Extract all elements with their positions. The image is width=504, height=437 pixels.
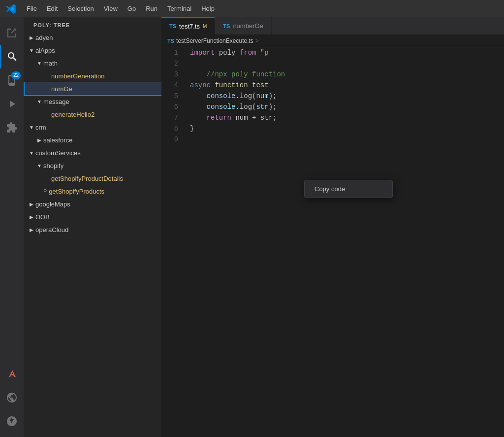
tree-label-generatehello2: generateHello2 <box>51 111 158 118</box>
tree-item-getshopifyproducts[interactable]: P getShopifyProducts <box>24 185 161 198</box>
tree-label-googlemaps: googleMaps <box>35 201 158 208</box>
menubar: File Edit Selection View Go Run Terminal… <box>0 0 504 17</box>
tree-label-math: math <box>43 60 158 67</box>
breadcrumb-filename[interactable]: testServerFunctionExecute.ts <box>176 37 253 44</box>
ts-icon-1: TS <box>169 23 176 29</box>
code-editor[interactable]: 1 2 3 4 5 6 7 8 9 import poly from "p //… <box>161 47 504 437</box>
tree-item-operacloud[interactable]: ▶ operaCloud <box>24 223 161 236</box>
sidebar-tree: ▶ adyen ▼ aiApps ▼ math numberGeneration <box>24 31 161 437</box>
code-line-3: //npx poly function <box>190 69 500 80</box>
sidebar: POLY: TREE ▶ adyen ▼ aiApps ▼ math <box>24 17 161 437</box>
tab-label-test7ts: test7.ts <box>179 23 200 30</box>
tree-label-numbergeneration: numberGeneration <box>51 72 158 80</box>
tab-test7ts[interactable]: TS test7.ts M <box>161 17 215 34</box>
code-content[interactable]: import poly from "p //npx poly function … <box>186 47 504 437</box>
context-menu: Copy code <box>304 180 393 198</box>
menu-file[interactable]: File <box>22 3 42 14</box>
menu-help[interactable]: Help <box>196 3 220 14</box>
tree-item-math[interactable]: ▼ math <box>24 57 161 69</box>
activity-search[interactable] <box>0 45 24 68</box>
chevron-right-icon-operacloud: ▶ <box>28 226 35 234</box>
tree-item-oob[interactable]: ▶ OOB <box>24 210 161 223</box>
tree-label-getshopifyproducts: getShopifyProducts <box>49 188 158 195</box>
tree-label-getshopifyproductdetails: getShopifyProductDetails <box>51 175 158 182</box>
chevron-down-icon-crm: ▼ <box>28 123 35 131</box>
tree-item-customservices[interactable]: ▼ customServices <box>24 146 161 159</box>
tree-item-numbergeneration[interactable]: numberGeneration <box>24 69 161 82</box>
tree-label-shopify: shopify <box>43 162 158 169</box>
tree-item-generatehello2[interactable]: generateHello2 <box>24 108 161 121</box>
menu-selection[interactable]: Selection <box>63 3 98 14</box>
tree-item-shopify[interactable]: ▼ shopify <box>24 159 161 172</box>
activity-azure[interactable] <box>0 362 24 386</box>
chevron-right-icon: ▶ <box>28 34 35 41</box>
spacer-icon-2 <box>43 85 51 93</box>
breadcrumb-ts-icon: TS <box>167 38 174 44</box>
chevron-down-icon: ▼ <box>28 46 35 54</box>
tree-item-message[interactable]: ▼ message <box>24 95 161 108</box>
tree-item-numge[interactable]: numGe <box>24 82 161 95</box>
tree-label-numge: numGe <box>51 85 158 93</box>
code-line-4: async function test <box>190 80 500 91</box>
activity-account[interactable] <box>0 409 24 433</box>
tab-label-numberge: numberGe <box>233 22 263 30</box>
chevron-down-icon-math: ▼ <box>35 59 43 67</box>
activity-source-control[interactable]: 22 <box>0 68 24 92</box>
tree-label-crm: crm <box>35 124 158 131</box>
tree-item-crm[interactable]: ▼ crm <box>24 121 161 134</box>
context-menu-copy-code[interactable]: Copy code <box>305 182 392 196</box>
activity-remote[interactable] <box>0 386 24 409</box>
tree-item-googlemaps[interactable]: ▶ googleMaps <box>24 198 161 210</box>
code-line-7: return num + str; <box>190 112 500 123</box>
tree-item-getshopifyproductdetails[interactable]: getShopifyProductDetails <box>24 172 161 185</box>
menu-view[interactable]: View <box>99 3 123 14</box>
vscode-logo <box>4 2 18 16</box>
tree-item-aiapps[interactable]: ▼ aiApps <box>24 44 161 57</box>
code-line-2 <box>190 58 500 69</box>
activity-extensions[interactable] <box>0 116 24 139</box>
code-line-8: } <box>190 123 500 134</box>
menu-edit[interactable]: Edit <box>42 3 63 14</box>
tree-label-message: message <box>43 98 158 105</box>
svg-rect-0 <box>7 29 11 30</box>
tree-label-operacloud: operaCloud <box>35 226 158 234</box>
spacer-icon-3 <box>43 110 51 118</box>
chevron-right-icon-oob: ▶ <box>28 213 35 221</box>
spacer-icon-4 <box>43 174 51 182</box>
chevron-right-icon-salesforce: ▶ <box>35 136 43 144</box>
p-prefix: P <box>43 188 47 194</box>
menu-run[interactable]: Run <box>141 3 162 14</box>
tree-item-salesforce[interactable]: ▶ salesforce <box>24 134 161 146</box>
line-numbers: 1 2 3 4 5 6 7 8 9 <box>161 47 186 437</box>
spacer-icon-1 <box>43 72 51 80</box>
tab-modified-indicator: M <box>203 24 207 29</box>
code-line-6: console.log(str); <box>190 101 500 112</box>
tree-label-aiapps: aiApps <box>35 47 158 54</box>
editor-area: TS test7.ts M TS numberGe TS testServerF… <box>161 17 504 437</box>
ts-icon-2: TS <box>223 23 230 29</box>
chevron-down-icon-shopify: ▼ <box>35 162 43 169</box>
chevron-down-icon-customservices: ▼ <box>28 149 35 157</box>
code-line-5: console.log(num); <box>190 91 500 101</box>
activity-bar: 22 <box>0 17 24 437</box>
tab-numberge[interactable]: TS numberGe <box>215 17 271 34</box>
tree-label-salesforce: salesforce <box>43 136 158 144</box>
tree-item-adyen[interactable]: ▶ adyen <box>24 31 161 44</box>
menu-go[interactable]: Go <box>123 3 141 14</box>
tree-label-oob: OOB <box>35 213 158 221</box>
activity-run-debug[interactable] <box>0 92 24 116</box>
chevron-right-icon-googlemaps: ▶ <box>28 200 35 208</box>
menu-terminal[interactable]: Terminal <box>162 3 196 14</box>
tree-label-adyen: adyen <box>35 34 158 41</box>
code-line-9 <box>190 134 500 145</box>
breadcrumb-separator: > <box>255 37 259 44</box>
sidebar-header: POLY: TREE <box>24 17 161 31</box>
source-control-badge: 22 <box>11 71 21 79</box>
chevron-down-icon-message: ▼ <box>35 98 43 105</box>
tab-bar: TS test7.ts M TS numberGe <box>161 17 504 34</box>
tree-label-customservices: customServices <box>35 149 158 157</box>
breadcrumb: TS testServerFunctionExecute.ts > <box>161 34 504 47</box>
code-line-1: import poly from "p <box>190 47 500 58</box>
activity-explorer[interactable] <box>0 21 24 45</box>
